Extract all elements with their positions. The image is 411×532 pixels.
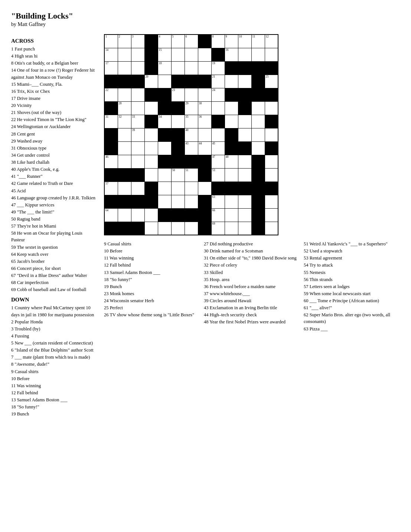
- grid-cell: [171, 75, 185, 88]
- grid-cell: [198, 128, 211, 141]
- across-clue: 8 Otis's cat buddy, or a Belgian beer: [11, 60, 97, 66]
- crossword-grid-container: 1234568910111214151617181920212522232428…: [104, 34, 400, 235]
- grid-cell: [171, 128, 185, 141]
- grid-cell: 1: [104, 35, 118, 48]
- grid-cell: 35: [185, 115, 198, 128]
- down-clue: 4 Fussing: [11, 333, 97, 339]
- grid-cell: 47: [211, 155, 225, 168]
- down-clue: 24 Wisconsin senator Herb: [104, 297, 200, 304]
- grid-cell: [118, 141, 131, 155]
- across-clue: 68 Car imperfection: [11, 279, 97, 286]
- down-clue: 55 Nemesis: [304, 269, 400, 276]
- down-clue: 33 Skilled: [204, 269, 300, 276]
- grid-cell: [185, 75, 198, 88]
- grid-cell: [225, 141, 238, 155]
- down-clue: 10 Before: [104, 248, 200, 254]
- grid-cell: [144, 168, 158, 182]
- down-clue-col-2: 27 Did nothing productive30 Drink named …: [204, 241, 304, 333]
- down-clue: 30 Drink named for a Scotsman: [204, 248, 300, 254]
- across-clue: 16 Trix, Kix or Chex: [11, 88, 97, 95]
- grid-cell: [131, 182, 144, 195]
- grid-cell: 17: [104, 61, 118, 75]
- grid-cell: 43: [185, 141, 198, 155]
- down-clue: 2 Popular Honda: [11, 319, 97, 325]
- crossword-grid: 1234568910111214151617181920212522232428…: [104, 34, 278, 235]
- grid-cell: [104, 222, 118, 235]
- down-clue: 59 When some local newscasts start: [304, 290, 400, 297]
- across-clue: 4 High seas hi: [11, 53, 97, 59]
- grid-cell: [251, 182, 265, 195]
- grid-cell: [118, 155, 131, 168]
- grid-cell: [225, 101, 238, 115]
- grid-cell: 23: [171, 88, 185, 101]
- down-clue: 23 Monk homes: [104, 290, 200, 297]
- grid-cell: [131, 101, 144, 115]
- grid-cell: [238, 101, 251, 115]
- grid-cell: [225, 222, 238, 235]
- grid-cell: 36: [198, 115, 211, 128]
- grid-cell: [225, 168, 238, 182]
- grid-cell: [211, 115, 225, 128]
- across-clue: 15 Miami–___ County, Fla.: [11, 81, 97, 88]
- grid-cell: [198, 35, 211, 48]
- across-clue: 66 Concert piece, for short: [11, 265, 97, 272]
- grid-cell: [238, 75, 251, 88]
- across-clue: 22 He voiced Timon in "The Lion King": [11, 116, 97, 123]
- across-clue: 50 Ragtag band: [11, 216, 97, 222]
- grid-cell: [171, 182, 185, 195]
- grid-cell: [265, 155, 278, 168]
- grid-cell: [185, 155, 198, 168]
- grid-cell: [225, 61, 238, 75]
- down-clue: 8 "Awesome, dude!": [11, 361, 97, 368]
- grid-cell: [131, 222, 144, 235]
- grid-cell: [265, 61, 278, 75]
- grid-cell: 44: [198, 141, 211, 155]
- grid-cell: 66: [211, 208, 225, 222]
- grid-cell: [225, 128, 238, 141]
- grid-cell: [198, 208, 211, 222]
- grid-cell: [251, 48, 265, 61]
- grid-cell: [225, 182, 238, 195]
- down-clue: 52 Used a stopwatch: [304, 248, 400, 254]
- grid-cell: [131, 195, 144, 208]
- byline: by Matt Gaffney: [11, 22, 400, 27]
- grid-cell: 50: [171, 168, 185, 182]
- grid-cell: 8: [211, 35, 225, 48]
- grid-cell: [118, 61, 131, 75]
- down-clue: 5 New ___ (certain resident of Connectic…: [11, 340, 97, 346]
- grid-cell: 57: [104, 182, 118, 195]
- grid-cell: [238, 182, 251, 195]
- grid-cell: [251, 75, 265, 88]
- grid-cell: [118, 168, 131, 182]
- down-clue: 9 Casual shirts: [11, 368, 97, 375]
- down-clue: 10 Before: [11, 375, 97, 382]
- grid-cell: 30: [198, 101, 211, 115]
- grid-cell: 33: [131, 115, 144, 128]
- grid-cell: [158, 208, 171, 222]
- grid-cell: [238, 141, 251, 155]
- grid-cell: [198, 155, 211, 168]
- grid-cell: [265, 182, 278, 195]
- grid-cell: 4: [158, 35, 171, 48]
- down-clue: 7 ___ mate (plant from which tea is made…: [11, 354, 97, 360]
- across-clue: 65 Jacob's brother: [11, 258, 97, 265]
- across-clue: 34 Get under control: [11, 152, 97, 159]
- grid-cell: 15: [158, 48, 171, 61]
- grid-cell: 19: [211, 61, 225, 75]
- grid-cell: [265, 115, 278, 128]
- down-clue: 3 Troubled (by): [11, 326, 97, 332]
- across-header: ACROSS: [11, 38, 97, 44]
- grid-cell: [265, 208, 278, 222]
- grid-cell: 14: [104, 48, 118, 61]
- grid-cell: [171, 195, 185, 208]
- across-clue: 29 Washed away: [11, 138, 97, 144]
- grid-cell: [198, 168, 211, 182]
- grid-cell: 21: [211, 75, 225, 88]
- grid-cell: [238, 61, 251, 75]
- grid-cell: [238, 195, 251, 208]
- grid-cell: 31: [104, 115, 118, 128]
- grid-cell: [185, 208, 198, 222]
- grid-cell: [171, 48, 185, 61]
- across-clue: 31 Obnoxious type: [11, 145, 97, 151]
- down-clue: 51 Weird Al Yankovic's "___ to a Superhe…: [304, 241, 400, 247]
